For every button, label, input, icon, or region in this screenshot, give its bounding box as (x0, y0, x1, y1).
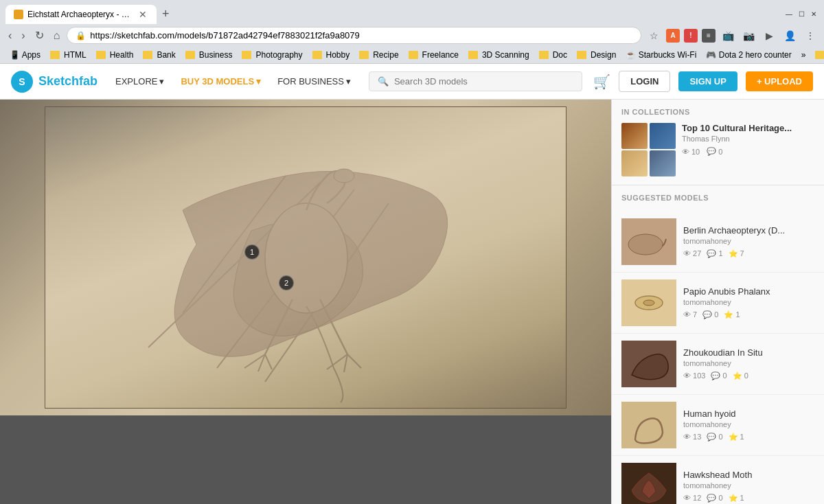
browser-chrome: Eichstatt Archaeopteryx - Downl... ✕ + —… (0, 0, 824, 64)
search-box[interactable]: 🔍 (369, 71, 582, 91)
model-viewer[interactable]: 1 2 (0, 100, 611, 415)
close-button[interactable]: ✕ (809, 10, 819, 19)
star-button[interactable]: ☆ (645, 27, 662, 44)
window-controls: — ☐ ✕ (784, 10, 819, 19)
cart-icon[interactable]: 🛒 (593, 73, 610, 90)
bookmark-design[interactable]: Design (573, 49, 620, 61)
collection-card[interactable]: Top 10 Cultural Heritage... Thomas Flynn… (621, 123, 814, 176)
other-bookmarks[interactable]: Other bookmarks (811, 49, 824, 61)
model-thumb-1 (621, 218, 676, 265)
address-bar-row: ‹ › ↻ ⌂ 🔒 ☆ A ! ≡ 📺 📷 ▶ 👤 ⋮ (0, 24, 824, 47)
more-bookmarks[interactable]: » (797, 49, 810, 61)
collection-info: Top 10 Cultural Heritage... Thomas Flynn… (682, 123, 814, 156)
model-thumb-2 (621, 279, 676, 326)
bookmark-dota[interactable]: 🎮 Dota 2 hero counter (702, 49, 795, 61)
suggested-section: SUGGESTED MODELS Berlin Archaeopteryx (D… (612, 185, 824, 504)
bookmark-hobby[interactable]: Hobby (308, 49, 354, 61)
annotation-2[interactable]: 2 (279, 275, 294, 290)
nav-search: 🔍 (369, 71, 582, 91)
model-thumb-svg-5 (621, 463, 676, 504)
collection-author: Thomas Flynn (682, 135, 814, 143)
model-stats-3: 👁 103 💬 0 ⭐ 0 (683, 371, 814, 380)
buy-models-link[interactable]: BUY 3D MODELS ▾ (174, 72, 268, 91)
address-bar[interactable]: 🔒 (67, 27, 641, 44)
title-bar: Eichstatt Archaeopteryx - Downl... ✕ + —… (0, 0, 824, 24)
lock-icon: 🔒 (76, 31, 86, 41)
model-title-4: Human hyoid (683, 409, 814, 419)
bookmark-3d-scanning[interactable]: 3D Scanning (464, 49, 534, 61)
bookmark-photography[interactable]: Photography (238, 49, 306, 61)
explore-link[interactable]: EXPLORE ▾ (108, 72, 171, 91)
active-tab[interactable]: Eichstatt Archaeopteryx - Downl... ✕ (5, 5, 157, 24)
tab-favicon (14, 10, 23, 19)
bookmark-html[interactable]: HTML (46, 49, 91, 61)
sketchfab-logo[interactable]: S Sketchfab (11, 71, 98, 93)
model-author-1: tomomahoney (683, 237, 814, 245)
collection-comments: 💬 0 (707, 147, 722, 156)
collection-img-4 (650, 150, 676, 176)
suggested-model-5[interactable]: Hawkshead Moth tomomahoney 👁 12 💬 0 ⭐ 1 (612, 456, 824, 504)
bookmark-recipe[interactable]: Recipe (355, 49, 402, 61)
model-author-5: tomomahoney (683, 481, 814, 490)
svg-point-4 (265, 203, 347, 313)
maximize-button[interactable]: ☐ (797, 10, 806, 19)
collections-title: IN COLLECTIONS (621, 108, 814, 116)
bookmarks-bar: 📱 Apps HTML Health Bank Business Photogr… (0, 47, 824, 64)
bookmark-starbucks[interactable]: ☕ Starbucks Wi-Fi (621, 49, 700, 61)
viewer-area[interactable]: 1 2 (0, 100, 611, 504)
extension-icon-3[interactable]: ≡ (702, 29, 716, 43)
collection-img-3 (621, 150, 648, 176)
search-input[interactable] (394, 76, 573, 87)
tab-close-button[interactable]: ✕ (137, 9, 148, 20)
address-input[interactable] (90, 30, 632, 41)
model-stats-4: 👁 13 💬 0 ⭐ 1 (683, 433, 814, 442)
back-button[interactable]: ‹ (5, 28, 14, 43)
model-thumb-svg-4 (621, 402, 676, 448)
play-icon[interactable]: ▶ (761, 27, 777, 44)
forward-button[interactable]: › (19, 28, 27, 43)
bookmark-business[interactable]: Business (181, 49, 237, 61)
model-author-2: tomomahoney (683, 298, 814, 306)
bookmark-freelance[interactable]: Freelance (404, 49, 463, 61)
suggested-model-4[interactable]: Human hyoid tomomahoney 👁 13 💬 0 ⭐ 1 (612, 395, 824, 456)
home-button[interactable]: ⌂ (51, 28, 63, 43)
model-info-5: Hawkshead Moth tomomahoney 👁 12 💬 0 ⭐ 1 (683, 470, 814, 503)
suggested-model-2[interactable]: Papio Anubis Phalanx tomomahoney 👁 7 💬 0… (612, 273, 824, 334)
login-button[interactable]: LOGIN (619, 71, 670, 92)
reload-button[interactable]: ↻ (32, 27, 47, 43)
extension-icon-1[interactable]: A (666, 29, 680, 43)
new-tab-button[interactable]: + (157, 4, 175, 24)
suggested-model-1[interactable]: Berlin Archaeopteryx (D... tomomahoney 👁… (612, 211, 824, 273)
suggested-header: SUGGESTED MODELS (612, 185, 824, 211)
bookmark-health[interactable]: Health (92, 49, 138, 61)
annotation-1[interactable]: 1 (244, 244, 260, 260)
model-stats-2: 👁 7 💬 0 ⭐ 1 (683, 310, 814, 319)
profile-icon[interactable]: 👤 (781, 27, 798, 44)
model-info-4: Human hyoid tomomahoney 👁 13 💬 0 ⭐ 1 (683, 409, 814, 442)
model-title-1: Berlin Archaeopteryx (D... (683, 225, 814, 236)
upload-button[interactable]: + UPLOAD (746, 71, 813, 91)
logo-icon: S (11, 71, 33, 93)
search-icon: 🔍 (378, 76, 389, 87)
toolbar-icons: ☆ A ! ≡ 📺 📷 ▶ 👤 ⋮ (645, 27, 819, 44)
svg-line-13 (347, 354, 361, 368)
signup-button[interactable]: SIGN UP (678, 71, 737, 91)
model-thumb-3 (621, 341, 676, 387)
bookmark-apps[interactable]: 📱 Apps (5, 49, 45, 61)
logo-text: Sketchfab (38, 74, 98, 89)
screenshot-icon[interactable]: 📷 (740, 27, 757, 44)
extension-icon-2[interactable]: ! (684, 29, 698, 43)
suggested-title: SUGGESTED MODELS (621, 194, 814, 202)
sketchfab-site: S Sketchfab EXPLORE ▾ BUY 3D MODELS ▾ FO… (0, 64, 824, 504)
for-business-link[interactable]: FOR BUSINESS ▾ (271, 72, 358, 91)
menu-button[interactable]: ⋮ (802, 27, 819, 44)
bookmark-bank[interactable]: Bank (139, 49, 179, 61)
collection-images (621, 123, 676, 176)
fossil-background: 1 2 (45, 106, 566, 409)
bookmark-doc[interactable]: Doc (535, 49, 571, 61)
suggested-model-3[interactable]: Zhoukoudian In Situ tomomahoney 👁 103 💬 … (612, 334, 824, 395)
navbar: S Sketchfab EXPLORE ▾ BUY 3D MODELS ▾ FO… (0, 64, 824, 100)
minimize-button[interactable]: — (784, 10, 794, 19)
screen-cast-icon[interactable]: 📺 (720, 27, 736, 44)
svg-line-10 (265, 354, 272, 369)
